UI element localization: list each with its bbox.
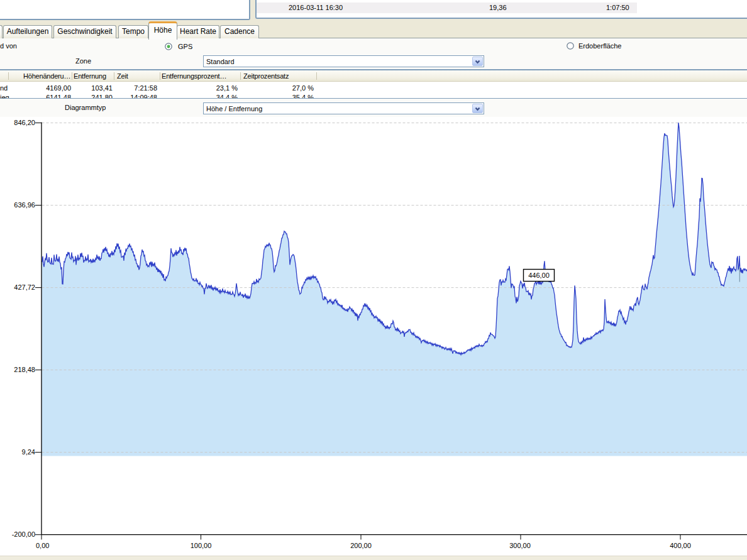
svg-text:0,00: 0,00 xyxy=(36,542,49,549)
svg-text:218,48: 218,48 xyxy=(14,366,35,373)
svg-text:427,72: 427,72 xyxy=(14,283,35,291)
svg-text:846,20: 846,20 xyxy=(14,119,35,126)
svg-text:200,00: 200,00 xyxy=(350,542,372,549)
svg-text:636,96: 636,96 xyxy=(14,201,35,209)
svg-text:100,00: 100,00 xyxy=(191,542,212,549)
svg-text:300,00: 300,00 xyxy=(509,542,531,549)
svg-text:400,00: 400,00 xyxy=(670,542,691,549)
svg-text:446,00: 446,00 xyxy=(528,272,550,279)
svg-text:-200,00: -200,00 xyxy=(12,530,35,538)
svg-text:9,24: 9,24 xyxy=(22,448,35,456)
